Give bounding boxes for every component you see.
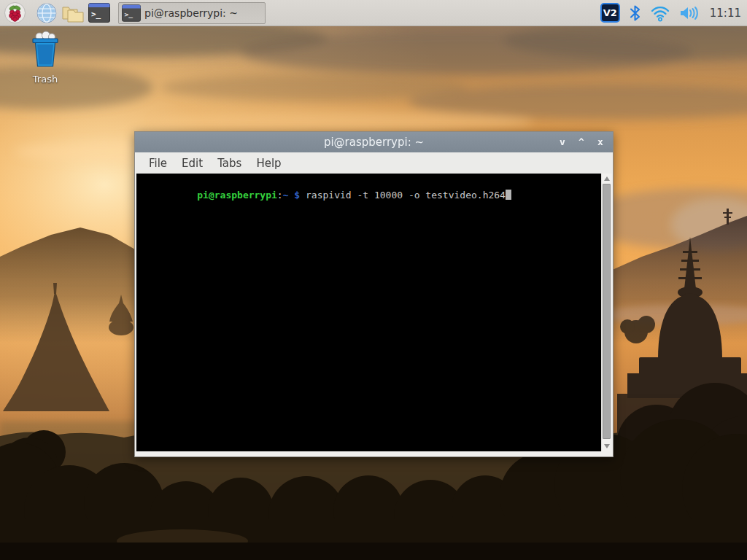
terminal-scrollbar[interactable] — [601, 174, 611, 451]
taskbar-window-button[interactable]: >_ pi@raspberrypi: ~ — [118, 2, 266, 24]
globe-icon — [36, 3, 57, 23]
window-title: pi@raspberrypi: ~ — [135, 136, 613, 149]
terminal-icon: >_ — [88, 3, 110, 23]
svg-text:>_: >_ — [91, 9, 101, 19]
scroll-up-arrow[interactable] — [604, 176, 610, 181]
scroll-down-arrow[interactable] — [604, 444, 610, 448]
terminal-chrome: pi@raspberrypi:~ $ raspivid -t 10000 -o … — [136, 174, 611, 451]
window-titlebar[interactable]: pi@raspberrypi: ~ v ^ x — [135, 132, 613, 152]
terminal-prompt-line: pi@raspberrypi:~ $ raspivid -t 10000 -o … — [140, 176, 601, 214]
system-tray: V2 — [600, 3, 700, 23]
window-controls: v ^ x — [557, 132, 605, 152]
trash-label: Trash — [20, 74, 70, 85]
folder-icon — [61, 3, 85, 23]
typed-command: raspivid -t 10000 -o testvideo.h264 — [306, 190, 506, 201]
menu-edit[interactable]: Edit — [174, 157, 210, 170]
clock[interactable]: 11:11 — [710, 7, 741, 20]
close-button[interactable]: x — [595, 132, 605, 152]
prompt-user-host: pi@raspberrypi — [197, 190, 277, 201]
menu-help[interactable]: Help — [249, 157, 288, 170]
raspberry-icon — [4, 2, 26, 23]
taskbar: >_ >_ pi@raspberrypi: ~ V2 — [0, 0, 747, 26]
trash-icon — [28, 31, 63, 69]
prompt-colon: : — [277, 190, 283, 201]
wifi-icon[interactable] — [651, 4, 670, 22]
web-browser-button[interactable] — [34, 1, 60, 26]
maximize-button[interactable]: ^ — [576, 129, 587, 155]
terminal-screen[interactable]: pi@raspberrypi:~ $ raspivid -t 10000 -o … — [136, 174, 601, 451]
vnc-icon[interactable]: V2 — [600, 3, 620, 23]
svg-text:>_: >_ — [124, 9, 133, 18]
terminal-icon: >_ — [122, 4, 141, 22]
prompt-cwd: ~ — [283, 190, 289, 201]
desktop: >_ >_ pi@raspberrypi: ~ V2 — [0, 0, 747, 560]
menu-tabs[interactable]: Tabs — [210, 157, 249, 170]
window-menubar: File Edit Tabs Help — [136, 152, 612, 174]
terminal-launcher-button[interactable]: >_ — [86, 1, 112, 26]
taskbar-window-label: pi@raspberrypi: ~ — [144, 7, 238, 19]
volume-icon[interactable] — [679, 4, 700, 22]
trash-desktop-icon[interactable]: Trash — [20, 31, 70, 85]
terminal-cursor — [506, 190, 511, 200]
menu-file[interactable]: File — [142, 157, 174, 170]
applications-menu-button[interactable] — [1, 1, 28, 26]
file-manager-button[interactable] — [60, 1, 86, 26]
prompt-dollar: $ — [289, 190, 306, 201]
terminal-window: pi@raspberrypi: ~ v ^ x File Edit Tabs H… — [134, 131, 614, 457]
bluetooth-icon[interactable] — [630, 4, 641, 22]
shade-button[interactable]: v — [557, 132, 568, 152]
scrollbar-thumb[interactable] — [603, 184, 611, 439]
